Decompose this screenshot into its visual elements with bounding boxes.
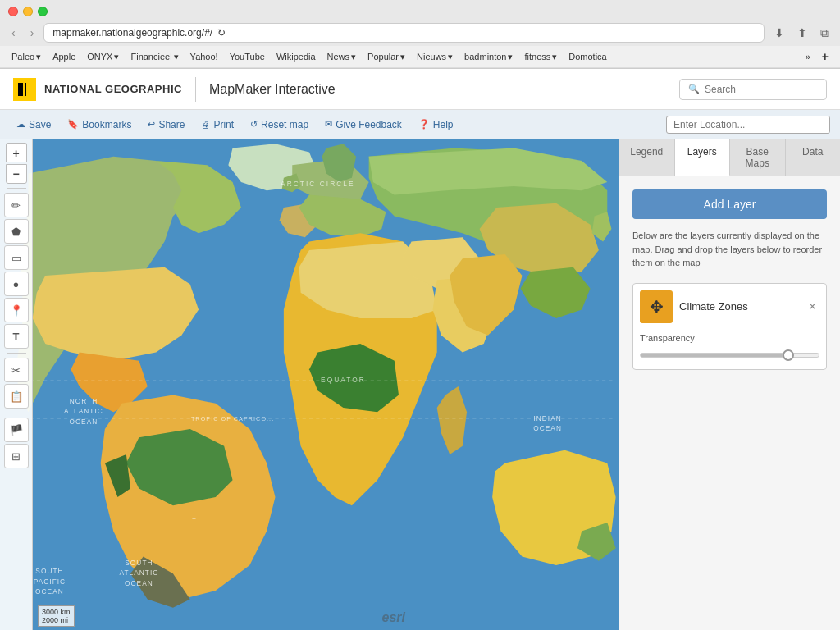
browser-chrome: ‹ › mapmaker.nationalgeographic.org/#/ ↻… xyxy=(0,0,840,69)
map-area[interactable]: ARCTIC CIRCLE NORTH ATLANTIC OCEAN EQUAT… xyxy=(0,139,619,630)
tab-base-maps[interactable]: Base Maps xyxy=(730,139,786,176)
scale-mi: 2000 mi xyxy=(42,616,71,624)
grid-tool[interactable]: ⊞ xyxy=(4,444,29,468)
bookmark-domotica[interactable]: Domotica xyxy=(564,50,611,63)
help-label: Help xyxy=(433,119,454,130)
browser-actions: ⬇ ⬆ ⧉ xyxy=(769,25,833,42)
ng-brand-name: NATIONAL GEOGRAPHIC xyxy=(44,83,182,95)
header-search-input[interactable] xyxy=(705,84,819,95)
tab-legend[interactable]: Legend xyxy=(619,139,675,176)
reset-icon: ↺ xyxy=(250,119,258,130)
text-tool[interactable]: T xyxy=(4,324,29,349)
layers-tab-label: Layers xyxy=(687,146,717,158)
share-label: Share xyxy=(158,119,185,130)
feedback-icon: ✉ xyxy=(325,119,332,130)
bookmark-wikipedia[interactable]: Wikipedia xyxy=(272,50,321,63)
chevron-down-icon: ▾ xyxy=(351,52,356,62)
north-atlantic-label: NORTH xyxy=(70,397,98,405)
zoom-out-button[interactable]: − xyxy=(6,164,27,184)
main-content: ARCTIC CIRCLE NORTH ATLANTIC OCEAN EQUAT… xyxy=(0,139,840,630)
download-button[interactable]: ⬇ xyxy=(769,25,789,42)
share-button[interactable]: ⬆ xyxy=(792,25,812,42)
address-text: mapmaker.nationalgeographic.org/#/ xyxy=(52,27,212,39)
chevron-down-icon: ▾ xyxy=(36,52,41,62)
bookmarks-label: Bookmarks xyxy=(82,119,131,130)
data-tab-label: Data xyxy=(802,146,823,158)
bookmark-youtube[interactable]: YouTube xyxy=(225,50,270,63)
new-tab-button[interactable]: + xyxy=(817,48,833,65)
tool-separator-2 xyxy=(7,353,26,354)
svg-text:OCEAN: OCEAN xyxy=(35,587,64,596)
save-button[interactable]: ☁ Save xyxy=(10,116,57,134)
world-map-svg: ARCTIC CIRCLE NORTH ATLANTIC OCEAN EQUAT… xyxy=(0,139,619,630)
polygon-tool[interactable]: ⬟ xyxy=(4,219,29,244)
bookmarks-more-button[interactable]: » xyxy=(801,50,815,63)
south-atlantic-label: SOUTH xyxy=(125,559,153,567)
minimize-window-button[interactable] xyxy=(23,7,33,16)
svg-rect-2 xyxy=(25,83,26,96)
share-button[interactable]: ↩ Share xyxy=(141,116,191,134)
app-header: NATIONAL GEOGRAPHIC MapMaker Interactive… xyxy=(0,69,840,110)
maximize-window-button[interactable] xyxy=(38,7,48,16)
bookmark-apple[interactable]: Apple xyxy=(48,50,80,63)
equator-label: EQUATOR xyxy=(321,376,366,384)
bookmark-onyx[interactable]: ONYX ▾ xyxy=(82,50,124,64)
svg-text:ATLANTIC: ATLANTIC xyxy=(64,407,103,415)
layer-name: Climate Zones xyxy=(679,300,799,313)
help-icon: ❓ xyxy=(418,119,430,130)
save-icon: ☁ xyxy=(16,119,25,130)
bookmark-fitness[interactable]: fitness ▾ xyxy=(519,50,562,64)
clipboard-tool[interactable]: 📋 xyxy=(4,384,29,409)
save-label: Save xyxy=(29,119,51,130)
bookmark-financieel[interactable]: Financieel ▾ xyxy=(126,50,183,64)
flag-tool[interactable]: 🏴 xyxy=(4,418,29,442)
bookmark-popular[interactable]: Popular ▾ xyxy=(363,50,410,64)
bookmark-paleo[interactable]: Paleo ▾ xyxy=(7,50,46,64)
panel-description: Below are the layers currently displayed… xyxy=(632,229,827,270)
right-panel: Legend Layers Base Maps Data Add Layer B… xyxy=(619,139,840,630)
give-feedback-button[interactable]: ✉ Give Feedback xyxy=(318,116,409,134)
address-bar[interactable]: mapmaker.nationalgeographic.org/#/ ↻ xyxy=(43,23,765,43)
edit-tool[interactable]: ✂ xyxy=(4,358,29,382)
close-window-button[interactable] xyxy=(8,7,18,16)
scale-bar: 3000 km 2000 mi xyxy=(38,605,75,627)
help-button[interactable]: ❓ Help xyxy=(412,116,460,134)
reload-icon: ↻ xyxy=(217,27,226,39)
bookmarks-button[interactable]: 🔖 Bookmarks xyxy=(61,116,138,134)
app-title: MapMaker Interactive xyxy=(209,82,336,97)
draw-pencil-tool[interactable]: ✏ xyxy=(4,193,29,217)
search-icon: 🔍 xyxy=(688,84,700,94)
tab-layers[interactable]: Layers xyxy=(675,139,731,176)
share-icon: ↩ xyxy=(148,119,155,130)
chevron-down-icon: ▾ xyxy=(552,52,557,62)
bookmark-nieuws[interactable]: Nieuws ▾ xyxy=(412,50,458,64)
transparency-slider[interactable] xyxy=(640,353,819,358)
forward-button[interactable]: › xyxy=(25,25,39,41)
base-maps-tab-label: Base Maps xyxy=(746,146,769,169)
panel-content: Add Layer Below are the layers currently… xyxy=(619,176,840,630)
reset-map-label: Reset map xyxy=(261,119,308,130)
circle-tool[interactable]: ● xyxy=(4,272,29,296)
bookmark-news[interactable]: News ▾ xyxy=(322,50,362,64)
rectangle-tool[interactable]: ▭ xyxy=(4,245,29,270)
layer-card-climate-zones: ✥ Climate Zones × Transparency xyxy=(632,283,827,370)
print-button[interactable]: 🖨 Print xyxy=(194,116,240,134)
header-divider xyxy=(195,77,196,102)
back-button[interactable]: ‹ xyxy=(7,25,21,41)
header-search-box[interactable]: 🔍 xyxy=(679,79,827,100)
pin-tool[interactable]: 📍 xyxy=(4,298,29,322)
reset-map-button[interactable]: ↺ Reset map xyxy=(244,116,315,134)
legend-tab-label: Legend xyxy=(630,146,663,158)
layer-close-button[interactable]: × xyxy=(806,298,819,316)
location-input[interactable] xyxy=(666,116,830,134)
print-icon: 🖨 xyxy=(201,120,210,130)
traffic-lights xyxy=(0,0,840,20)
duplicate-tab-button[interactable]: ⧉ xyxy=(815,25,833,42)
ng-yellow-box xyxy=(13,78,36,101)
add-layer-button[interactable]: Add Layer xyxy=(632,189,827,219)
tab-data[interactable]: Data xyxy=(786,139,841,176)
bookmark-badminton[interactable]: badminton ▾ xyxy=(459,50,518,64)
close-icon: × xyxy=(809,299,816,313)
zoom-in-button[interactable]: + xyxy=(6,143,27,162)
bookmark-yahoo[interactable]: Yahoo! xyxy=(185,50,223,63)
